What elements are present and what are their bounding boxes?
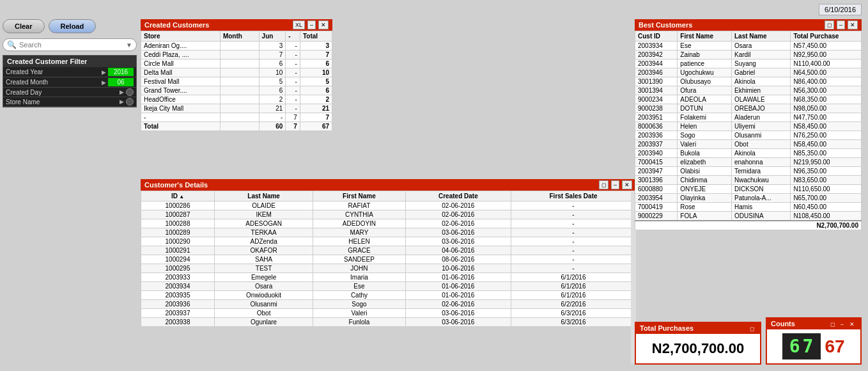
first-sale-cell: - [511, 219, 636, 228]
date-display: 6/10/2016 [819, 4, 862, 15]
id-cell: 2003934 [141, 282, 215, 291]
count-expand[interactable]: ◻ [828, 320, 837, 328]
filter-row-day[interactable]: Created Day ▶ [3, 88, 136, 97]
dropdown-icon[interactable]: ▼ [126, 42, 132, 49]
cust-id-cell: 2003947 [635, 167, 678, 176]
first-cell: ADEOLA [678, 95, 732, 104]
last-cell: Akinola [732, 149, 791, 158]
last-cell: Patunola-A... [732, 194, 791, 203]
month-cell [220, 95, 259, 104]
first-sale-cell: 6/3/2016 [511, 309, 636, 318]
cust-id-cell: 2003940 [635, 149, 678, 158]
id-cell: 1000286 [141, 201, 215, 210]
total-purchases-panel: Total Purchases ◻ N2,700,700.00 [635, 322, 761, 365]
last-cell: TERKAA [214, 228, 313, 237]
total-cell: 7 [300, 113, 332, 122]
filter-radio-store[interactable] [126, 98, 134, 106]
total-cell: N65,700.00 [791, 194, 862, 203]
best-customers-table: Cust ID First Name Last Name Total Purch… [635, 31, 862, 230]
id-cell: 1000294 [141, 255, 215, 264]
grand-total-cell: N2,700,700.00 [635, 221, 862, 230]
table-row: 2003938 Ogunlare Funlola 03-06-2016 6/3/… [141, 318, 636, 327]
table-row: Circle Mall 6 - 6 [141, 59, 332, 68]
first-cell: Funlola [313, 318, 405, 327]
table-row: 2003936 Olusanmi Sogo 02-06-2016 6/2/201… [141, 300, 636, 309]
details-expand-button[interactable]: ◻ [599, 180, 608, 189]
filter-label-store: Store Name [6, 99, 118, 106]
customer-details-title: Customer's Details [144, 181, 208, 189]
list-item: 2003954 Olayinka Patunola-A... N65,700.0… [635, 194, 862, 203]
cust-id-cell: 2003954 [635, 194, 678, 203]
first-cell: GRACE [313, 246, 405, 255]
list-item: 8000636 Helen Uliyemi N58,450.00 [635, 122, 862, 131]
count-digit-display: 67 [782, 333, 821, 359]
count-controls: ◻ – ✕ [828, 320, 856, 328]
first-sale-cell: - [511, 201, 636, 210]
col-last-name: Last Name [732, 31, 791, 42]
table-row: Grand Tower.... 6 - 6 [141, 86, 332, 95]
best-expand-button[interactable]: ◻ [825, 20, 834, 29]
list-item: 3001396 Chidinma Nwachukwu N83,650.00 [635, 176, 862, 185]
month-cell [220, 68, 259, 77]
total-cell: N58,450.00 [791, 122, 862, 131]
customer-details-header: Customer's Details ◻ – ✕ [141, 179, 636, 191]
id-cell: 2003937 [141, 309, 215, 318]
col-id[interactable]: ID [141, 191, 215, 201]
total-cell: N96,350.00 [791, 167, 862, 176]
filter-value-month: 06 [108, 78, 134, 86]
id-cell: 1000287 [141, 210, 215, 219]
first-sale-cell: 6/1/2016 [511, 282, 636, 291]
minimize-button[interactable]: – [307, 20, 316, 29]
filter-row-month[interactable]: Created Month ▶ 06 [3, 77, 136, 88]
first-cell: Ese [313, 282, 405, 291]
filter-row-store[interactable]: Store Name ▶ [3, 97, 136, 107]
total-cell: N47,750.00 [791, 113, 862, 122]
total-cell: 5 [300, 77, 332, 86]
col-total-purchase: Total Purchase [791, 31, 862, 42]
last-cell: Kardil [732, 51, 791, 59]
filter-radio-day[interactable] [126, 88, 134, 96]
first-sale-cell: - [511, 210, 636, 219]
first-cell: Zainab [678, 51, 732, 59]
created-cell: 03-06-2016 [405, 237, 511, 246]
cust-id-cell: 2003936 [635, 131, 678, 140]
id-cell: 1000290 [141, 237, 215, 246]
table-row: 2003937 Obot Valeri 03-06-2016 6/3/2016 [141, 309, 636, 318]
clear-button[interactable]: Clear [3, 19, 45, 33]
col-store: Store [141, 31, 221, 42]
last-cell: Olusanmi [732, 131, 791, 140]
total-cell: 7 [300, 51, 332, 59]
dash-cell: - [286, 42, 300, 51]
count-minimize[interactable]: – [839, 320, 846, 328]
best-close-button[interactable]: ✕ [848, 20, 858, 29]
total-row: Total 60 7 67 [141, 122, 332, 131]
first-sale-cell: - [511, 237, 636, 246]
first-cell: Olabisi [678, 167, 732, 176]
count-close[interactable]: ✕ [848, 320, 856, 328]
filter-row-year[interactable]: Created Year ▶ 2016 [3, 67, 136, 77]
total-cell: N83,650.00 [791, 176, 862, 185]
xl-button[interactable]: XL [293, 20, 305, 29]
month-cell [220, 104, 259, 113]
details-close-button[interactable]: ✕ [622, 180, 632, 189]
last-cell: Gabriel [732, 68, 791, 77]
best-minimize-button[interactable]: – [837, 20, 845, 29]
created-cell: 10-06-2016 [405, 264, 511, 273]
tp-expand[interactable]: ◻ [748, 325, 756, 333]
cust-id-cell: 3001396 [635, 176, 678, 185]
total-cell: 6 [300, 86, 332, 95]
jun-cell: 6 [259, 59, 286, 68]
total-label: Total [141, 122, 221, 131]
details-minimize-button[interactable]: – [611, 180, 619, 189]
grand-total-row: N2,700,700.00 [635, 221, 862, 230]
reload-button[interactable]: Reload [49, 19, 97, 33]
store-cell: Ceddi Plaza, .... [141, 51, 221, 59]
close-button[interactable]: ✕ [318, 20, 329, 29]
search-input[interactable] [19, 41, 126, 49]
table-row: 1000289 TERKAA MARY 03-06-2016 - [141, 228, 636, 237]
list-item: 2003947 Olabisi Temidara N96,350.00 [635, 167, 862, 176]
cust-id-cell: 2003934 [635, 42, 678, 51]
customer-details-table: ID Last Name First Name Created Date Fir… [141, 191, 636, 327]
filter-panel: Created Customer Filter Created Year ▶ 2… [3, 55, 137, 107]
id-cell: 2003938 [141, 318, 215, 327]
